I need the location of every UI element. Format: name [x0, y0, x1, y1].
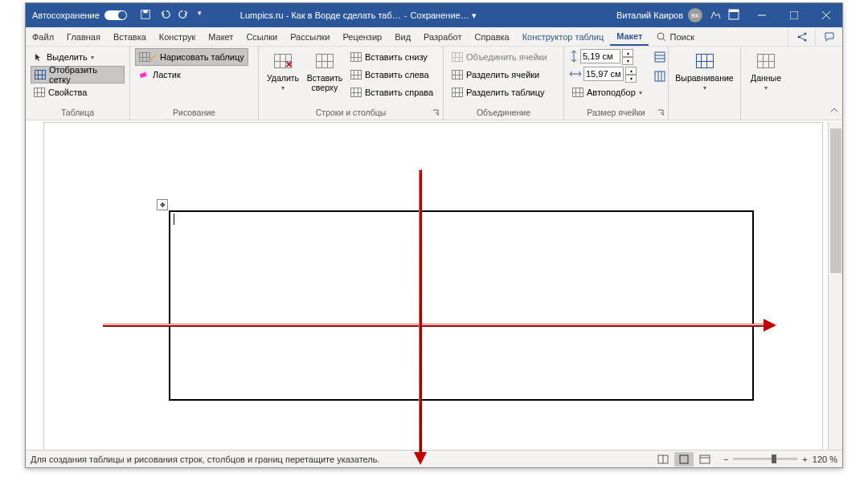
distribute-rows-button[interactable] [652, 48, 668, 66]
tab-mailings[interactable]: Рассылки [284, 27, 336, 46]
group-label [746, 116, 786, 120]
insert-above-button[interactable]: Вставить сверху [305, 48, 344, 92]
zoom-control[interactable]: − + 120 % [723, 455, 837, 464]
autosave-toggle-icon[interactable] [104, 10, 127, 20]
tab-file[interactable]: Файл [26, 27, 60, 46]
delete-button[interactable]: ✕ Удалить▾ [264, 48, 302, 92]
title-bar: Автосохранение ▾ Lumpics.ru - Как в Ворд… [26, 3, 842, 27]
status-hint: Для создания таблицы и рисования строк, … [31, 455, 380, 464]
col-width-spinner[interactable]: ▴▾ [569, 66, 645, 82]
close-button[interactable] [810, 3, 842, 27]
dialog-launcher-icon[interactable] [657, 108, 666, 118]
svg-point-12 [804, 39, 806, 41]
tab-review[interactable]: Рецензир [337, 27, 389, 46]
group-label: Объединение [448, 106, 559, 120]
table-cell[interactable] [169, 210, 754, 401]
zoom-out-button[interactable]: − [723, 455, 728, 464]
tab-view[interactable]: Вид [388, 27, 417, 46]
collapse-ribbon-icon[interactable] [829, 105, 839, 116]
minimize-button[interactable] [746, 3, 778, 27]
split-cells-button[interactable]: Разделить ячейки [448, 66, 551, 84]
zoom-slider[interactable] [733, 458, 797, 460]
insert-left-button[interactable]: Вставить слева [347, 66, 436, 84]
scrollbar-thumb[interactable] [830, 128, 841, 273]
svg-rect-13 [140, 72, 147, 78]
autosave-label: Автосохранение [32, 10, 100, 20]
row-height-input[interactable] [580, 49, 620, 63]
tab-help[interactable]: Справка [469, 27, 516, 46]
eraser-button[interactable]: Ластик [135, 66, 248, 84]
maximize-button[interactable] [778, 3, 810, 27]
search-icon [657, 32, 666, 42]
merge-cells-button: Объединить ячейки [448, 48, 551, 66]
print-layout-button[interactable] [674, 452, 694, 467]
tab-developer[interactable]: Разработ [417, 27, 468, 46]
text-cursor [174, 214, 174, 225]
tab-home[interactable]: Главная [60, 27, 107, 46]
col-width-input[interactable] [583, 67, 624, 81]
tab-layout[interactable]: Макет [202, 27, 240, 46]
insert-below-button[interactable]: Вставить снизу [347, 48, 436, 66]
document-canvas[interactable]: ✥ [26, 122, 828, 450]
svg-rect-14 [655, 52, 665, 62]
zoom-level[interactable]: 120 % [813, 455, 837, 464]
tab-table-layout[interactable]: Макет [610, 27, 649, 46]
group-label: Размер ячейки [569, 106, 663, 120]
tab-insert[interactable]: Вставка [107, 27, 153, 46]
svg-rect-17 [655, 71, 665, 81]
autofit-button[interactable]: Автоподбор▾ [569, 84, 645, 101]
save-icon[interactable] [140, 9, 151, 22]
insert-right-button[interactable]: Вставить справа [347, 84, 436, 101]
saving-status[interactable]: Сохранение… ▾ [410, 10, 476, 21]
alignment-button[interactable]: Выравнивание▾ [674, 48, 735, 92]
tab-references[interactable]: Ссылки [240, 27, 284, 46]
svg-rect-22 [680, 455, 688, 463]
ribbon: Выделить▾ Отобразить сетку Свойства Табл… [26, 47, 842, 120]
split-table-button[interactable]: Разделить таблицу [448, 84, 551, 101]
dialog-launcher-icon[interactable] [432, 108, 441, 118]
redo-icon[interactable] [178, 9, 190, 22]
comments-button[interactable] [815, 27, 842, 46]
group-label: Строки и столбцы [264, 106, 438, 120]
ribbon-tabs: Файл Главная Вставка Конструк Макет Ссыл… [26, 27, 842, 47]
data-button[interactable]: Данные▾ [746, 48, 786, 92]
view-gridlines-button[interactable]: Отобразить сетку [31, 66, 125, 84]
doc-name: Lumpics.ru - Как в Ворде сделать таб… [240, 10, 401, 21]
web-layout-button[interactable] [695, 452, 714, 467]
qat-customize-icon[interactable]: ▾ [198, 9, 202, 22]
group-label: Таблица [31, 106, 125, 120]
search-box[interactable]: Поиск [649, 27, 702, 46]
svg-point-11 [804, 32, 806, 35]
word-window: Автосохранение ▾ Lumpics.ru - Как в Ворд… [25, 2, 843, 468]
group-rows-columns: ✕ Удалить▾ Вставить сверху Вставить сниз… [259, 47, 444, 120]
zoom-in-button[interactable]: + [802, 455, 807, 464]
user-account[interactable]: Виталий Каиров ВК [616, 8, 702, 22]
svg-point-10 [797, 35, 800, 38]
group-draw: Нарисовать таблицу Ластик Рисование [130, 47, 259, 120]
svg-point-8 [657, 33, 664, 39]
autosave-control[interactable]: Автосохранение [26, 10, 133, 20]
quick-access-toolbar: ▾ [133, 9, 208, 22]
ribbon-display-icon[interactable] [728, 9, 739, 22]
properties-button[interactable]: Свойства [31, 84, 125, 101]
group-label [674, 116, 735, 120]
undo-icon[interactable] [159, 9, 170, 22]
vertical-scrollbar[interactable] [828, 122, 842, 450]
draw-table-button[interactable]: Нарисовать таблицу [135, 48, 248, 66]
coming-soon-icon[interactable] [709, 8, 722, 22]
group-merge: Объединить ячейки Разделить ячейки Разде… [444, 47, 564, 120]
svg-line-9 [663, 39, 665, 41]
tab-design[interactable]: Конструк [153, 27, 202, 46]
group-alignment: Выравнивание▾ [669, 47, 741, 120]
row-height-spinner[interactable]: ▴▾ [569, 48, 645, 64]
tab-table-design[interactable]: Конструктор таблиц [516, 27, 610, 46]
search-placeholder: Поиск [669, 32, 694, 42]
read-mode-button[interactable] [653, 452, 673, 467]
distribute-cols-button[interactable] [652, 67, 668, 85]
page: ✥ [43, 122, 823, 450]
svg-rect-1 [143, 10, 147, 14]
select-button[interactable]: Выделить▾ [31, 48, 125, 66]
table-move-handle[interactable]: ✥ [157, 199, 168, 210]
share-button[interactable] [788, 27, 815, 46]
group-data: Данные▾ [741, 47, 791, 120]
